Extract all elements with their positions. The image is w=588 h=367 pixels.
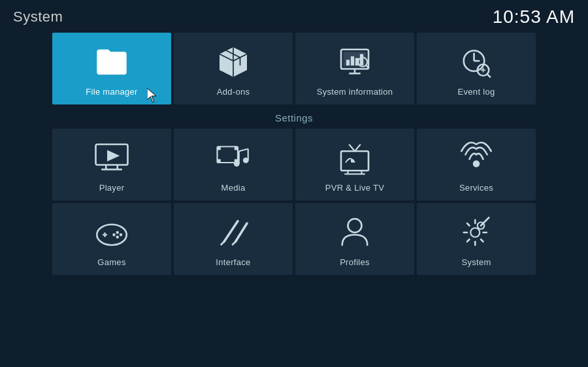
- tile-event-log[interactable]: Event log: [417, 33, 536, 104]
- settings-section: Settings Player: [0, 106, 588, 275]
- svg-line-30: [239, 149, 248, 152]
- svg-line-37: [355, 144, 361, 152]
- svg-rect-8: [351, 56, 354, 65]
- svg-point-49: [112, 233, 115, 236]
- top-tiles-row: File manager Add-ons: [0, 33, 588, 104]
- tile-system-information[interactable]: System information: [295, 33, 414, 104]
- player-icon: [93, 140, 130, 176]
- svg-line-17: [487, 74, 491, 77]
- tile-games[interactable]: Games: [52, 203, 171, 275]
- file-manager-icon: [93, 44, 130, 80]
- tile-player[interactable]: Player: [52, 129, 171, 200]
- svg-rect-7: [346, 59, 350, 65]
- tile-add-ons[interactable]: Add-ons: [174, 33, 293, 104]
- page-title: System: [13, 8, 63, 25]
- svg-line-51: [221, 242, 224, 245]
- system-icon: [458, 214, 495, 251]
- settings-grid: Player Media: [52, 129, 536, 275]
- profiles-label: Profiles: [340, 257, 370, 267]
- pvr-live-tv-icon: [336, 140, 373, 176]
- tile-pvr-live-tv[interactable]: PVR & Live TV: [295, 129, 414, 200]
- games-icon: [93, 214, 130, 251]
- file-manager-label: File manager: [86, 87, 137, 97]
- svg-rect-10: [360, 54, 363, 65]
- event-log-icon: [458, 44, 495, 80]
- media-icon: [215, 140, 252, 176]
- profiles-icon: [336, 214, 373, 251]
- system-label: System: [461, 257, 491, 267]
- games-label: Games: [97, 257, 125, 267]
- system-information-label: System information: [317, 87, 393, 97]
- tile-profiles[interactable]: Profiles: [295, 203, 414, 275]
- settings-heading: Settings: [52, 106, 536, 129]
- media-label: Media: [221, 183, 246, 193]
- svg-rect-26: [218, 146, 221, 150]
- svg-rect-35: [341, 151, 368, 170]
- svg-point-41: [351, 159, 354, 162]
- svg-line-50: [224, 221, 238, 242]
- svg-rect-27: [235, 146, 238, 150]
- clock: 10:53 AM: [493, 7, 575, 27]
- svg-point-34: [243, 157, 249, 163]
- svg-point-58: [470, 228, 480, 237]
- svg-point-46: [116, 231, 119, 233]
- svg-rect-28: [218, 159, 221, 162]
- svg-point-33: [234, 161, 240, 167]
- svg-point-57: [348, 219, 362, 232]
- svg-point-47: [120, 233, 122, 236]
- tile-media[interactable]: Media: [174, 129, 293, 200]
- interface-label: Interface: [216, 257, 250, 267]
- svg-marker-21: [107, 150, 120, 161]
- header: System 10:53 AM: [0, 0, 588, 33]
- event-log-label: Event log: [458, 87, 495, 97]
- tile-interface[interactable]: Interface: [174, 203, 293, 275]
- svg-line-36: [349, 144, 355, 152]
- services-label: Services: [459, 183, 493, 193]
- tile-file-manager[interactable]: File manager: [52, 33, 171, 104]
- tile-system[interactable]: System: [417, 203, 536, 275]
- svg-point-48: [116, 235, 119, 238]
- services-icon: [458, 140, 495, 176]
- player-label: Player: [99, 183, 125, 193]
- tile-services[interactable]: Services: [417, 129, 536, 200]
- add-ons-icon: [215, 44, 252, 80]
- add-ons-label: Add-ons: [217, 87, 250, 97]
- system-information-icon: [336, 44, 373, 80]
- svg-line-53: [232, 242, 235, 245]
- pvr-live-tv-label: PVR & Live TV: [325, 183, 384, 193]
- interface-icon: [215, 214, 252, 251]
- svg-point-42: [473, 160, 480, 167]
